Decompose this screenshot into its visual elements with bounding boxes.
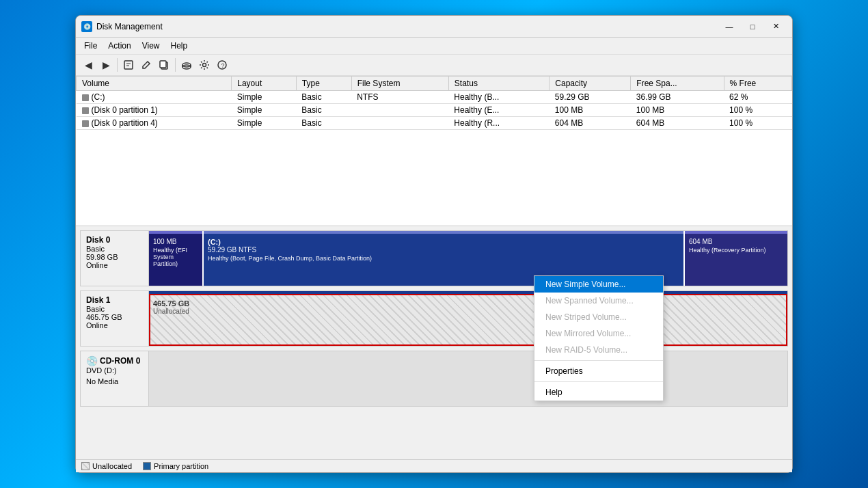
col-header-freespace[interactable]: Free Spa... xyxy=(631,77,724,91)
svg-text:?: ? xyxy=(221,62,225,69)
minimize-button[interactable]: — xyxy=(718,18,740,35)
context-menu-item: New Spanned Volume... xyxy=(534,293,663,309)
cell-volume: (C:) xyxy=(77,91,232,104)
col-header-status[interactable]: Status xyxy=(448,77,550,91)
cdrom0-name: CD-ROM 0 xyxy=(100,356,140,366)
col-header-pctfree[interactable]: % Free xyxy=(724,77,791,91)
copy-button[interactable] xyxy=(156,57,172,73)
cell-layout: Simple xyxy=(232,104,297,117)
menu-file[interactable]: File xyxy=(79,39,103,53)
volume-table-container: Volume Layout Type File System Status Ca… xyxy=(76,76,792,226)
disk0-partitions: 100 MB Healthy (EFI System Partition) (C… xyxy=(149,231,787,286)
disk1-name: Disk 1 xyxy=(86,295,143,305)
table-row[interactable]: (C:) Simple Basic NTFS Healthy (B... 59.… xyxy=(77,91,792,104)
col-header-layout[interactable]: Layout xyxy=(232,77,297,91)
col-header-volume[interactable]: Volume xyxy=(77,77,232,91)
legend-primary: Primary partition xyxy=(143,462,208,470)
context-menu-separator xyxy=(534,381,663,382)
disk1-label: Disk 1 Basic 465.75 GB Online xyxy=(81,291,149,346)
disk0-label: Disk 0 Basic 59.98 GB Online xyxy=(81,231,149,286)
menu-bar: File Action View Help xyxy=(76,38,792,55)
toolbar: ◀ ▶ ? xyxy=(76,55,792,76)
disk0-main-desc: Healthy (Boot, Page File, Crash Dump, Ba… xyxy=(208,255,679,262)
cell-pctfree: 100 % xyxy=(724,104,791,117)
disk0-row: Disk 0 Basic 59.98 GB Online 100 MB Heal… xyxy=(80,230,788,286)
disk0-efi-desc: Healthy (EFI System Partition) xyxy=(153,247,198,267)
close-button[interactable]: ✕ xyxy=(765,18,787,35)
cell-layout: Simple xyxy=(232,117,297,130)
svg-rect-0 xyxy=(124,61,133,69)
cdrom0-status: No Media xyxy=(86,377,143,385)
context-menu-item: New Striped Volume... xyxy=(534,309,663,325)
cell-pctfree: 62 % xyxy=(724,91,791,104)
cdrom0-label: 💿 CD-ROM 0 DVD (D:) No Media xyxy=(81,351,149,406)
disk0-status: Online xyxy=(86,261,143,269)
menu-action[interactable]: Action xyxy=(103,39,136,53)
cell-layout: Simple xyxy=(232,91,297,104)
cdrom0-empty xyxy=(149,351,787,406)
cell-capacity: 100 MB xyxy=(550,104,631,117)
context-menu-item[interactable]: Properties xyxy=(534,363,663,379)
volume-table: Volume Layout Type File System Status Ca… xyxy=(76,76,792,130)
disk-button[interactable] xyxy=(178,57,195,73)
disk0-efi-size: 100 MB xyxy=(153,238,198,245)
cell-free: 100 MB xyxy=(631,104,724,117)
disk1-unallocated-size: 465.75 GB xyxy=(153,299,783,308)
disk-view: Disk 0 Basic 59.98 GB Online 100 MB Heal… xyxy=(76,226,792,459)
properties-button[interactable] xyxy=(120,57,137,73)
cell-volume: (Disk 0 partition 1) xyxy=(77,104,232,117)
cell-free: 36.99 GB xyxy=(631,91,724,104)
legend-unallocated: Unallocated xyxy=(81,462,132,470)
disk1-unallocated[interactable]: 465.75 GB Unallocated xyxy=(149,294,787,346)
cell-free: 604 MB xyxy=(631,117,724,130)
title-bar: 💿 Disk Management — □ ✕ xyxy=(76,16,792,38)
table-row[interactable]: (Disk 0 partition 1) Simple Basic Health… xyxy=(77,104,792,117)
status-bar: Unallocated Primary partition xyxy=(76,459,792,472)
col-header-type[interactable]: Type xyxy=(296,77,351,91)
menu-view[interactable]: View xyxy=(137,39,165,53)
cell-filesystem xyxy=(351,117,448,130)
legend-primary-box xyxy=(143,462,151,470)
table-row[interactable]: (Disk 0 partition 4) Simple Basic Health… xyxy=(77,117,792,130)
svg-point-9 xyxy=(203,64,206,67)
cell-capacity: 604 MB xyxy=(550,117,631,130)
legend-unallocated-box xyxy=(81,462,90,470)
svg-rect-4 xyxy=(160,61,166,68)
cell-capacity: 59.29 GB xyxy=(550,91,631,104)
disk1-unallocated-label: Unallocated xyxy=(153,308,783,315)
forward-button[interactable]: ▶ xyxy=(98,57,114,73)
disk1-partitions: 465.75 GB Unallocated xyxy=(149,291,787,346)
edit-button[interactable] xyxy=(138,57,154,73)
cdrom0-drive: DVD (D:) xyxy=(86,366,143,375)
disk0-recovery-size: 604 MB xyxy=(689,238,783,245)
cell-type: Basic xyxy=(296,91,351,104)
context-menu-item[interactable]: New Simple Volume... xyxy=(534,276,663,293)
cell-pctfree: 100 % xyxy=(724,117,791,130)
disk0-partition-recovery[interactable]: 604 MB Healthy (Recovery Partition) xyxy=(685,231,787,286)
toolbar-separator-1 xyxy=(117,58,118,72)
cell-filesystem xyxy=(351,104,448,117)
context-menu: New Simple Volume...New Spanned Volume..… xyxy=(534,275,664,401)
cell-volume: (Disk 0 partition 4) xyxy=(77,117,232,130)
disk0-size: 59.98 GB xyxy=(86,253,143,261)
back-button[interactable]: ◀ xyxy=(80,57,96,73)
context-menu-separator xyxy=(534,360,663,361)
col-header-capacity[interactable]: Capacity xyxy=(550,77,631,91)
cell-type: Basic xyxy=(296,104,351,117)
window-title: Disk Management xyxy=(96,22,718,31)
disk0-main-size: 59.29 GB NTFS xyxy=(208,246,679,254)
col-header-filesystem[interactable]: File System xyxy=(351,77,448,91)
context-menu-item[interactable]: Help xyxy=(534,384,663,401)
disk0-name: Disk 0 xyxy=(86,235,143,245)
settings-button[interactable] xyxy=(196,57,213,73)
cell-status: Healthy (B... xyxy=(448,91,550,104)
disk-management-window: 💿 Disk Management — □ ✕ File Action View… xyxy=(75,15,793,473)
cell-status: Healthy (E... xyxy=(448,104,550,117)
menu-help[interactable]: Help xyxy=(165,39,193,53)
context-menu-item: New Mirrored Volume... xyxy=(534,325,663,342)
help-button[interactable]: ? xyxy=(214,57,230,73)
maximize-button[interactable]: □ xyxy=(742,18,763,35)
disk0-partition-efi[interactable]: 100 MB Healthy (EFI System Partition) xyxy=(149,231,204,286)
disk1-type: Basic xyxy=(86,305,143,313)
window-controls: — □ ✕ xyxy=(718,18,787,35)
